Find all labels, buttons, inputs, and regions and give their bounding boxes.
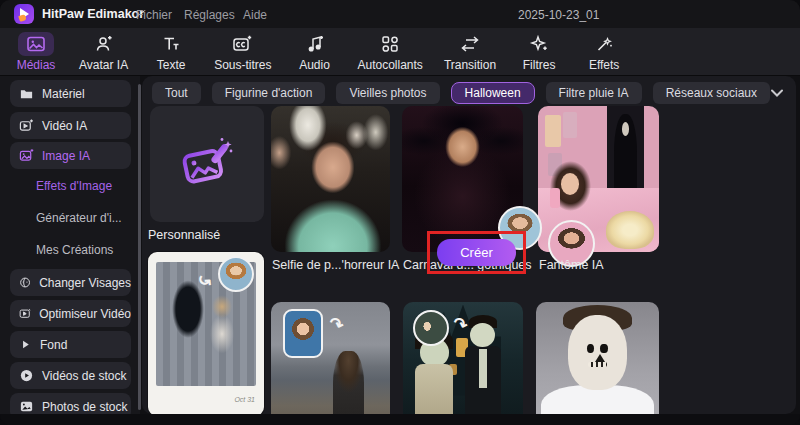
tab-texte[interactable]: Texte [149,32,193,72]
sidebar-item-image-ia[interactable]: Image IA [10,142,131,169]
sidebar-label: Optimiseur Vidéo [39,307,131,321]
tab-audio[interactable]: Audio [293,32,337,72]
sous-titres-icon [232,32,253,56]
custom-template-label: Personnalisé [142,228,264,242]
chip-figurine-action[interactable]: Figurine d'action [212,82,326,104]
chevron-down-icon [770,88,784,98]
sidebar-label: Vidéos de stock [42,369,127,383]
sidebar-label: Photos de stock [42,400,127,414]
chip-vieilles-photos[interactable]: Vieilles photos [336,82,439,104]
source-avatar [218,256,254,292]
menu-fichier[interactable]: Fichier [136,8,172,22]
tab-audio-label: Audio [299,58,330,72]
sidebar-item-fond[interactable]: Fond [10,331,131,358]
tab-medias[interactable]: Médias [14,32,58,72]
tab-filtres-label: Filtres [523,58,556,72]
video-ai-icon [19,118,34,133]
autocollants-icon [380,32,400,56]
templates-panel: Tout Figurine d'action Vieilles photos H… [142,76,796,414]
avatar-ia-icon [94,32,114,56]
filter-chips: Tout Figurine d'action Vieilles photos H… [152,82,770,104]
sidebar-item-changer-visages[interactable]: Changer Visages [10,269,131,296]
tab-effets[interactable]: Effets [582,32,626,72]
sidebar-item-video-ia[interactable]: Vidéo IA [10,112,131,139]
highlight-box [427,231,526,274]
sidebar-label: Changer Visages [39,276,131,290]
chip-tout[interactable]: Tout [152,82,201,104]
tab-sous-titres[interactable]: Sous-titres [214,32,271,72]
tab-avatar-ia[interactable]: Avatar IA [79,32,128,72]
tab-transition[interactable]: Transition [444,32,496,72]
app-window: HitPaw Edimakor Fichier Réglages Aide 20… [0,0,800,425]
document-title: 2025-10-23_01 [518,8,599,22]
panel-scrollbar[interactable] [138,84,141,410]
tab-transition-label: Transition [444,58,496,72]
grim-reaper-shape [614,114,637,199]
tab-medias-label: Médias [17,58,56,72]
template-selfie-horror-image[interactable] [271,106,390,252]
stock-video-icon [19,368,34,383]
tab-sous-titres-label: Sous-titres [214,58,271,72]
sidebar-item-videos-stock[interactable]: Vidéos de stock [10,362,131,389]
expand-chips-button[interactable] [766,82,788,104]
sidebar-item-optimiseur-video[interactable]: Optimiseur Vidéo [10,300,131,327]
tab-filtres[interactable]: Filtres [517,32,561,72]
video-optimizer-icon [19,306,31,321]
filtres-icon [529,32,549,56]
window-bottom-edge [0,414,800,425]
chip-reseaux-sociaux[interactable]: Réseaux sociaux [653,82,770,104]
app-name: HitPaw Edimakor [42,7,144,21]
source-avatar [413,310,449,346]
popcorn-bowl-shape [606,211,654,249]
triangle-icon [23,341,29,348]
sidebar-label: Image IA [42,149,90,163]
audio-icon [305,32,325,56]
custom-image-wand-icon [178,137,236,191]
sidebar-label: Fond [40,338,67,352]
custom-template-card[interactable] [150,106,264,222]
tab-texte-label: Texte [157,58,186,72]
girl-silhouette-shape [333,351,364,414]
app-logo-icon [14,4,34,24]
transition-icon [459,32,481,56]
chip-filtre-pluie-ia[interactable]: Filtre pluie IA [546,82,642,104]
face-swap-icon [19,275,31,290]
tab-effets-label: Effets [589,58,619,72]
sidebar-label: Matériel [42,87,85,101]
template-label: Fantôme IA [539,258,604,272]
sidebar: Matériel Vidéo IA Image IA Effets d'Imag… [0,76,140,414]
template-skull-makeup-image[interactable] [536,302,659,414]
tab-avatar-ia-label: Avatar IA [79,58,128,72]
effets-icon [594,32,614,56]
sidebar-label: Vidéo IA [42,119,87,133]
stock-photo-icon [19,399,34,414]
sidebar-item-materiel[interactable]: Matériel [10,80,131,107]
image-ai-icon [19,148,34,163]
chip-halloween[interactable]: Halloween [451,82,535,104]
source-avatar [283,309,323,358]
menu-reglages[interactable]: Réglages [184,8,235,22]
sidebar-subitem-mes-creations[interactable]: Mes Créations [36,243,113,257]
tab-autocollants[interactable]: Autocollants [358,32,423,72]
sidebar-subitem-effets-image[interactable]: Effets d'Image [36,179,112,193]
texte-icon [161,32,181,56]
titlebar: HitPaw Edimakor Fichier Réglages Aide 20… [0,0,800,28]
medias-icon [18,32,54,56]
tab-autocollants-label: Autocollants [358,58,423,72]
template-label: Selfie de p...'horreur IA [272,258,399,272]
main-toolbar: Médias Avatar IA Texte Sous-titres Audio [0,28,800,76]
menu-aide[interactable]: Aide [243,8,267,22]
polaroid-caption: Oct 31 [234,396,255,403]
sidebar-subitem-generateur[interactable]: Générateur d'i... [36,211,122,225]
folder-icon [21,90,32,98]
